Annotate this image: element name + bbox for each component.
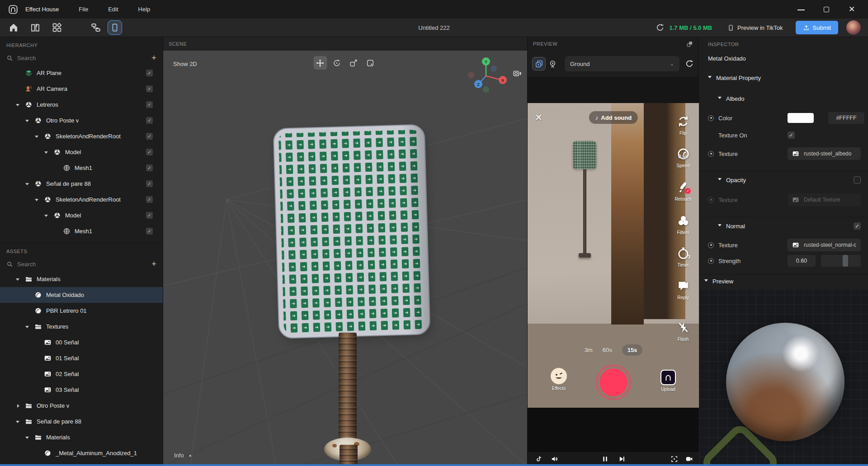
radio-icon[interactable] (708, 115, 714, 121)
visibility-checkbox[interactable] (146, 101, 153, 108)
material-preview-sphere[interactable] (726, 323, 844, 441)
minimize-button[interactable] (797, 6, 805, 13)
asset-material-aluminum[interactable]: _Metal_Aluminum_Anodized_1 (0, 445, 163, 461)
add-asset-button[interactable]: + (151, 260, 156, 268)
speaker-icon[interactable] (551, 455, 558, 463)
visibility-checkbox[interactable] (146, 85, 153, 92)
caret-down-icon[interactable] (44, 212, 53, 219)
duration-3m[interactable]: 3m (585, 347, 593, 353)
hierarchy-item-mesh1[interactable]: Mesh1 (0, 160, 163, 176)
color-hex-field[interactable]: #FFFFF (828, 112, 864, 124)
texture-on-checkbox[interactable] (788, 132, 795, 139)
opacity-section[interactable]: Opacity (718, 176, 861, 184)
bounds-tool-button[interactable] (363, 56, 377, 70)
scene-viewport[interactable]: Show 2D (163, 51, 527, 466)
add-object-button[interactable]: + (151, 54, 156, 62)
move-tool-button[interactable] (313, 56, 327, 70)
albedo-section[interactable]: Albedo (718, 95, 861, 102)
record-video-icon[interactable] (685, 455, 693, 463)
sign-pole[interactable] (339, 333, 357, 445)
visibility-checkbox[interactable] (146, 212, 153, 219)
axis-orientation-gizmo[interactable]: Y X Z (465, 55, 510, 94)
webcam-button[interactable] (546, 57, 559, 71)
asset-texture-01-senal[interactable]: 01 Señal (0, 350, 163, 366)
submit-button[interactable]: Submit (796, 21, 838, 34)
upload-button[interactable]: Upload (653, 370, 683, 392)
hierarchy-item-mesh1b[interactable]: Mesh1 (0, 223, 163, 239)
close-window-button[interactable]: ✕ (848, 6, 855, 13)
close-icon[interactable]: ✕ (535, 112, 542, 123)
asset-material-pbr-letrero[interactable]: PBR Letrero 01 (0, 303, 163, 319)
hierarchy-item-letreros[interactable]: Letreros (0, 97, 163, 113)
material-preview-section[interactable]: Preview (704, 278, 861, 285)
caret-down-icon[interactable] (16, 276, 25, 282)
radio-icon[interactable] (708, 151, 714, 157)
effects-button[interactable]: Effects (544, 368, 574, 391)
templates-icon[interactable] (52, 22, 62, 33)
radio-icon[interactable] (708, 258, 714, 264)
preview-in-tiktok-button[interactable]: Preview in TikTok (727, 24, 783, 31)
hierarchy-item-skeleton-root[interactable]: SkeletonAndRenderRoot (0, 128, 163, 144)
caret-down-icon[interactable] (25, 434, 34, 441)
caret-down-icon[interactable] (16, 419, 25, 425)
hierarchy-item-ar-plane[interactable]: AR Plane (0, 65, 163, 81)
flip-button[interactable]: Flip (670, 115, 696, 136)
asset-material-metal-oxidado[interactable]: Metal Oxidado (0, 287, 163, 303)
caret-down-icon[interactable] (25, 118, 34, 124)
visibility-checkbox[interactable] (146, 196, 153, 203)
duration-60s[interactable]: 60s (603, 347, 612, 353)
refresh-size-icon[interactable] (656, 23, 665, 32)
caret-down-icon[interactable] (44, 149, 53, 155)
hierarchy-item-model[interactable]: Model (0, 144, 163, 160)
learn-icon[interactable] (30, 22, 41, 33)
maximize-button[interactable] (823, 6, 830, 13)
caret-down-icon[interactable] (35, 197, 44, 203)
strength-value-field[interactable]: 0.60 (788, 255, 816, 267)
caret-down-icon[interactable] (25, 181, 34, 187)
caret-down-icon[interactable] (25, 324, 34, 330)
retouch-button[interactable]: ✓Retouch (670, 181, 696, 202)
asset-folder-materials[interactable]: Materials (0, 271, 163, 287)
hierarchy-item-model2[interactable]: Model (0, 207, 163, 223)
menu-help[interactable]: Help (138, 6, 151, 13)
show-2d-button[interactable]: Show 2D (173, 61, 197, 67)
environment-dropdown[interactable]: Ground ⌄ (565, 56, 679, 71)
material-preview-viewport[interactable] (699, 290, 868, 466)
tiktok-note-icon[interactable] (535, 455, 542, 463)
popout-icon[interactable] (686, 41, 693, 47)
visibility-checkbox[interactable] (146, 228, 153, 235)
next-frame-icon[interactable] (618, 455, 626, 463)
visibility-checkbox[interactable] (146, 180, 153, 187)
flash-button[interactable]: Flash (670, 321, 696, 342)
simulation-video-button[interactable] (532, 57, 546, 71)
asset-folder-materials2[interactable]: Materials (0, 429, 163, 445)
asset-texture-00-senal[interactable]: 00 Señal (0, 334, 163, 350)
device-preview-button[interactable] (108, 20, 122, 35)
hierarchy-item-senal-de-pare[interactable]: Señal de pare 88 (0, 176, 163, 192)
normal-texture-chip[interactable]: rusted-steel_normal-c (788, 239, 861, 251)
asset-folder-textures[interactable]: Textures (0, 319, 163, 334)
normal-section[interactable]: Normal (718, 222, 861, 230)
speed-button[interactable]: 0.5xSpeed (670, 147, 696, 168)
caret-down-icon[interactable] (16, 102, 25, 108)
strength-slider[interactable] (821, 255, 861, 267)
caret-right-icon[interactable] (16, 404, 25, 408)
opacity-enable-checkbox[interactable] (854, 176, 861, 184)
sign-pole-lower[interactable] (340, 445, 358, 466)
viewport-camera-icon[interactable] (513, 69, 523, 79)
filters-button[interactable]: Filters (670, 214, 696, 235)
focus-track-icon[interactable] (670, 455, 678, 463)
menu-file[interactable]: File (79, 6, 88, 13)
asset-folder-senal-de-pare[interactable]: Señal de pare 88 (0, 414, 163, 429)
hierarchy-search[interactable]: Search + (0, 51, 163, 65)
hierarchy-item-ar-camera[interactable]: AR Camera (0, 81, 163, 97)
visibility-checkbox[interactable] (146, 165, 153, 171)
assets-search[interactable]: Search + (0, 257, 163, 271)
radio-icon[interactable] (708, 242, 714, 248)
visual-scripting-icon[interactable] (90, 22, 101, 33)
slider-handle[interactable] (843, 255, 848, 267)
visibility-checkbox[interactable] (146, 133, 153, 140)
albedo-texture-chip[interactable]: rusted-steel_albedo (788, 147, 861, 160)
material-property-section[interactable]: Material Property (708, 74, 861, 81)
asset-texture-02-senal[interactable]: 02 Señal (0, 366, 163, 382)
